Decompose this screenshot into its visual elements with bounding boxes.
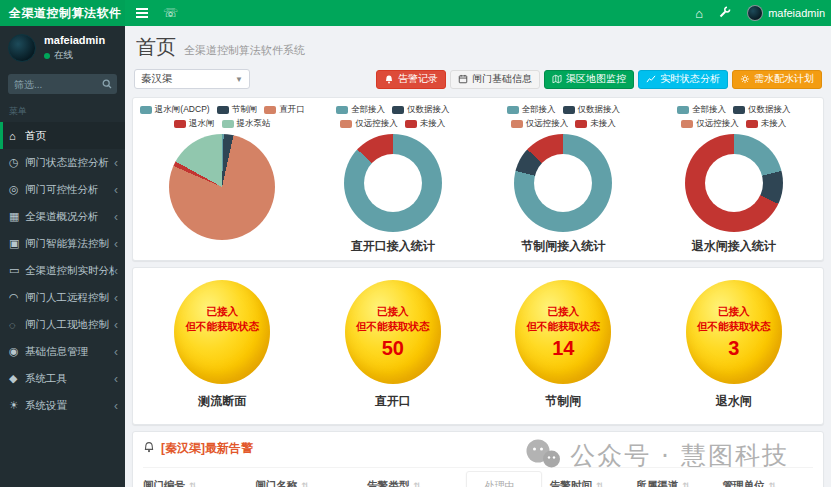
chevron-left-icon: ‹ [114,211,118,223]
legend-item[interactable]: 未接入 [746,118,787,130]
legend-label: 全部接入 [351,104,385,116]
chart-title: 退水闸接入统计 [692,238,776,255]
search-icon[interactable] [97,74,117,94]
sidebar-item-9[interactable]: ◉基础信息管理‹ [0,338,125,365]
phone-icon[interactable]: ☏ [163,6,178,20]
donut-chart [685,134,783,232]
app-logo-title[interactable]: 全渠道控制算法软件 [0,0,125,26]
sidebar-toggle-hamburger-icon[interactable] [125,0,159,26]
pie-chart [169,134,275,240]
main-content: 首页 全渠道控制算法软件系统 秦汉渠 ▼ 告警记录闸门基础信息渠区地图监控实时状… [125,26,831,487]
sidebar-item-4[interactable]: ▦全渠道概况分析‹ [0,203,125,230]
home-icon[interactable]: ⌂ [695,7,703,20]
sidebar: mafeiadmin 在线 菜单 ⌂首页◷闸门状态监控分析‹◎闸门可控性分析‹▦… [0,26,125,487]
button-label: 告警记录 [398,72,438,86]
wrench-icon[interactable] [719,6,731,20]
sidebar-item-10[interactable]: ◆系统工具‹ [0,365,125,392]
button-default[interactable]: 闸门基础信息 [450,70,540,89]
legend-item[interactable]: 仅远控接入 [511,118,569,130]
status-ball-2: 已接入但不能获取状态50直开口 [308,280,479,418]
column-header-3[interactable]: 告警类型⇅ [367,479,458,487]
sort-icon[interactable]: ⇅ [596,481,604,487]
channel-select[interactable]: 秦汉渠 ▼ [134,69,250,89]
sort-icon[interactable]: ⇅ [768,481,776,487]
legend-item[interactable]: 全部接入 [677,104,726,116]
navbar-user-menu[interactable]: mafeiadmin [747,5,825,21]
button-info[interactable]: 实时状态分析 [638,70,728,89]
page-subtitle: 全渠道控制算法软件系统 [184,43,305,58]
legend-item[interactable]: 仅数据接入 [733,104,791,116]
legend-item[interactable]: 仅数据接入 [563,104,621,116]
status-ball-1: 已接入但不能获取状态测流断面 [137,280,308,418]
ball-text-line2: 但不能获取状态 [356,319,430,334]
column-header-2[interactable]: 闸门名称⇅ [255,479,367,487]
sort-icon[interactable]: ⇅ [413,481,421,487]
sort-icon[interactable]: ⇅ [301,481,309,487]
chart-legend: 全部接入仅数据接入仅远控接入未接入 [478,104,649,130]
legend-label: 节制闸 [232,104,258,116]
sort-icon[interactable]: ⇅ [189,481,197,487]
button-danger[interactable]: 告警记录 [376,70,446,89]
alarm-status-filter-select[interactable]: 处理中... [466,471,542,487]
ball-label: 测流断面 [198,393,246,410]
legend-swatch-icon [336,106,348,114]
top-navbar: 全渠道控制算法软件 ☏ ⌂ mafeiadmin [0,0,831,26]
calculator-icon: ▣ [9,237,25,250]
toolbar-buttons: 告警记录闸门基础信息渠区地图监控实时状态分析需水配水计划 [376,70,822,89]
legend-swatch-icon [405,120,417,128]
sidebar-item-label: 全渠道概况分析 [25,210,114,224]
legend-item[interactable]: 仅远控接入 [681,118,739,130]
sidebar-item-label: 首页 [25,129,118,143]
column-header-5[interactable]: 所属渠道⇅ [636,479,722,487]
legend-item[interactable]: 仅远控接入 [340,118,398,130]
legend-item[interactable]: 全部接入 [507,104,556,116]
grid-icon: ▦ [9,210,25,223]
alarm-table-header: 闸门编号⇅闸门名称⇅告警类型⇅处理中...告警时间⇅所属渠道⇅管理单位⇅ [143,467,813,487]
line-chart-icon [646,74,656,84]
chevron-left-icon: ‹ [114,319,118,331]
sidebar-item-label: 系统设置 [25,399,114,413]
bell-icon [143,441,155,457]
sidebar-item-5[interactable]: ▣闸门智能算法控制‹ [0,230,125,257]
sort-icon[interactable]: ⇅ [682,481,690,487]
sidebar-item-3[interactable]: ◎闸门可控性分析‹ [0,176,125,203]
monitor-icon: ▭ [9,264,25,277]
menu-label: 菜单 [0,98,125,122]
legend-item[interactable]: 退水闸 [174,118,215,130]
button-warning[interactable]: 需水配水计划 [732,70,822,89]
column-header-4[interactable]: 告警时间⇅ [550,479,636,487]
status-ball-3: 已接入但不能获取状态14节制闸 [478,280,649,418]
legend-item[interactable]: 直开口 [264,104,305,116]
column-header-1[interactable]: 闸门编号⇅ [143,479,255,487]
chevron-left-icon: ‹ [114,265,118,277]
sidebar-item-8[interactable]: ◌闸门人工现地控制‹ [0,311,125,338]
user-online-status: 在线 [44,49,105,62]
legend-item[interactable]: 全部接入 [336,104,385,116]
column-header-6[interactable]: 管理单位⇅ [722,479,813,487]
sidebar-item-2[interactable]: ◷闸门状态监控分析‹ [0,149,125,176]
charts-row: 退水闸(ADCP)节制闸直开口退水闸提水泵站全部接入仅数据接入仅远控接入未接入直… [137,104,819,258]
sidebar-item-11[interactable]: ☀系统设置‹ [0,392,125,419]
sidebar-item-1[interactable]: ⌂首页 [0,122,125,149]
chart-legend: 退水闸(ADCP)节制闸直开口退水闸提水泵站 [137,104,308,130]
legend-item[interactable]: 节制闸 [217,104,258,116]
legend-item[interactable]: 退水闸(ADCP) [140,104,210,116]
legend-item[interactable]: 未接入 [405,118,446,130]
info-icon: ◉ [9,345,25,358]
search-input[interactable] [8,74,97,94]
legend-item[interactable]: 未接入 [575,118,616,130]
sidebar-item-label: 闸门人工远程控制 [25,291,114,305]
chart-legend: 全部接入仅数据接入仅远控接入未接入 [308,104,479,130]
sidebar-item-6[interactable]: ▭全渠道控制实时分析‹ [0,257,125,284]
button-success[interactable]: 渠区地图监控 [544,70,634,89]
gear-icon [740,74,750,84]
channel-select-value: 秦汉渠 [141,72,235,86]
ball-text-line2: 但不能获取状态 [527,319,601,334]
chevron-left-icon: ‹ [114,400,118,412]
button-label: 实时状态分析 [660,72,720,86]
legend-swatch-icon [222,120,234,128]
chart-title: 节制闸接入统计 [521,238,605,255]
sidebar-item-7[interactable]: ◠闸门人工远程控制‹ [0,284,125,311]
legend-item[interactable]: 提水泵站 [222,118,271,130]
legend-item[interactable]: 仅数据接入 [392,104,450,116]
